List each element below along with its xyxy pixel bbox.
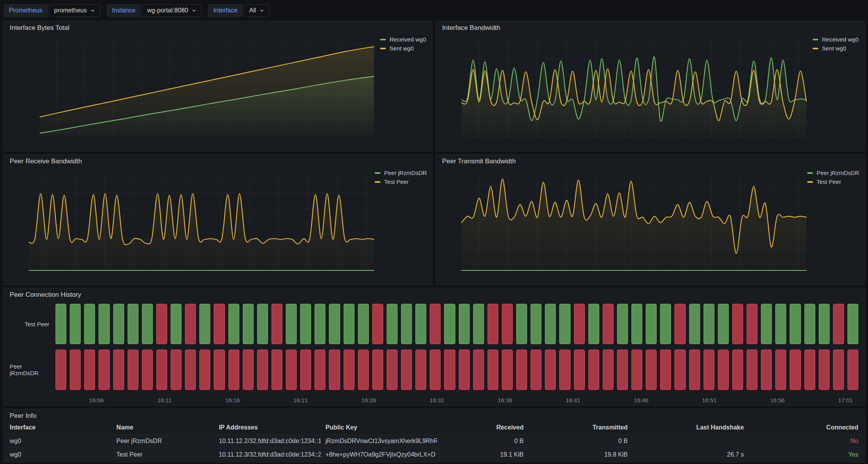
column-header-name[interactable]: Name: [112, 421, 214, 435]
cell-ips: 10.11.12.2/32,fdfd:d3ad:c0de:1234::1/128: [214, 435, 321, 448]
status-bar-down: [689, 350, 700, 390]
column-header-public_key[interactable]: Public Key: [321, 421, 437, 435]
status-bar-down: [70, 350, 81, 390]
var-group-prometheus: Prometheus prometheus: [4, 4, 100, 17]
status-bar-down: [747, 350, 757, 390]
series-area: [29, 194, 374, 270]
status-bar-up: [401, 304, 412, 344]
var-value-text: prometheus: [54, 7, 87, 14]
status-bar-up: [113, 304, 124, 344]
status-bar-down: [488, 304, 498, 344]
status-bar-down: [171, 350, 182, 390]
status-bar-up: [228, 304, 239, 344]
x-axis-tick: 16:16: [225, 397, 240, 403]
column-header-transmitted[interactable]: Transmitted: [528, 421, 632, 435]
status-bar-down: [704, 350, 714, 390]
status-history-row-test-peer: Test Peer: [10, 304, 858, 344]
panel-body: Received wg0Sent wg0: [3, 33, 432, 151]
x-axis-tick: 16:11: [157, 397, 171, 403]
status-bar-down: [574, 350, 585, 390]
timeseries-chart[interactable]: [439, 33, 810, 150]
status-bar-down: [833, 350, 844, 390]
status-bar-down: [516, 350, 527, 390]
var-select-instance[interactable]: wg-portal:8080: [142, 4, 201, 17]
x-axis-tick: 16:46: [634, 397, 648, 403]
legend: Peer jRzmDsDRTest Peer: [805, 166, 861, 284]
var-label-instance: Instance: [107, 4, 140, 17]
var-label-interface: Interface: [208, 4, 242, 17]
status-bar-down: [545, 350, 556, 390]
status-bar-down: [804, 350, 815, 390]
status-bar-up: [415, 304, 426, 344]
legend-series-swatch: [380, 48, 386, 49]
var-label-prometheus: Prometheus: [4, 4, 47, 17]
status-bar-down: [631, 350, 642, 390]
status-bar-up: [588, 304, 599, 344]
status-bar-down: [488, 350, 498, 390]
column-header-last_handshake[interactable]: Last Handshake: [632, 421, 749, 435]
status-bars: [55, 350, 858, 390]
legend-item-peer-jrzmdsdr[interactable]: Peer jRzmDsDR: [375, 170, 426, 176]
status-bar-up: [545, 304, 556, 344]
status-bar-up: [459, 304, 470, 344]
panel-body: Peer jRzmDsDRTest Peer: [436, 166, 865, 284]
x-axis-tick: 16:06: [89, 397, 104, 403]
status-bar-up: [646, 304, 657, 344]
legend-item-sent-wg0[interactable]: Sent wg0: [813, 45, 858, 52]
var-select-interface[interactable]: All: [244, 4, 269, 17]
legend-item-sent-wg0[interactable]: Sent wg0: [380, 45, 426, 52]
status-bar-up: [804, 304, 815, 344]
chevron-down-icon: [192, 8, 196, 13]
column-header-interface[interactable]: Interface: [5, 421, 112, 435]
status-bar-down: [344, 350, 354, 390]
status-history-chart[interactable]: Test PeerPeer jRzmDsDR 16:0616:1116:1616…: [3, 300, 865, 405]
legend-item-received-wg0[interactable]: Received wg0: [813, 36, 858, 43]
timeseries-chart[interactable]: [439, 166, 805, 284]
status-bar-down: [156, 304, 167, 344]
grafana-dashboard: Prometheus prometheus Instance wg-portal…: [0, 0, 868, 464]
status-bar-down: [257, 350, 268, 390]
legend-series-label: Received wg0: [822, 36, 858, 43]
status-bar-down: [185, 350, 196, 390]
panel-title[interactable]: Peer Transmit Bandwidth: [436, 155, 865, 166]
cell-name: Test Peer: [112, 448, 214, 462]
status-bar-up: [660, 304, 671, 344]
cell-interface: wg0: [5, 435, 112, 448]
legend-series-label: Sent wg0: [389, 45, 414, 52]
row-label: Test Peer: [10, 304, 55, 344]
panel-title[interactable]: Interface Bytes Total: [3, 21, 432, 33]
cell-connected: Yes: [749, 448, 863, 462]
legend-item-test-peer[interactable]: Test Peer: [807, 178, 858, 185]
legend-item-peer-jrzmdsdr[interactable]: Peer jRzmDsDR: [807, 170, 858, 176]
var-select-prometheus[interactable]: prometheus: [49, 4, 100, 17]
status-bar-down: [847, 350, 858, 390]
timeseries-chart[interactable]: [7, 33, 378, 150]
status-bar-up: [775, 304, 786, 344]
series-area: [462, 179, 806, 270]
legend: Peer jRzmDsDRTest Peer: [372, 166, 429, 284]
column-header-connected[interactable]: Connected: [749, 421, 863, 435]
legend-series-label: Test Peer: [384, 178, 408, 185]
legend-series-swatch: [813, 39, 818, 40]
var-group-instance: Instance wg-portal:8080: [107, 4, 201, 17]
legend-item-received-wg0[interactable]: Received wg0: [380, 36, 426, 43]
cell-name: Peer jRzmDsDR: [112, 435, 214, 448]
chevron-down-icon: [259, 8, 264, 13]
panel-title[interactable]: Peer Connection History: [3, 288, 865, 300]
panel-body: Peer jRzmDsDRTest Peer: [3, 166, 432, 284]
status-bar-down: [415, 350, 426, 390]
panel-grid: Interface Bytes Total Received wg0Sent w…: [3, 21, 865, 462]
column-header-ips[interactable]: IP Addresses: [214, 421, 321, 435]
chart-canvas: [439, 166, 812, 284]
status-bar-down: [300, 350, 311, 390]
status-bar-down: [674, 350, 685, 390]
legend-item-test-peer[interactable]: Test Peer: [375, 178, 426, 185]
timeseries-chart[interactable]: [7, 166, 372, 284]
panel-title[interactable]: Peer Receive Bandwidth: [3, 155, 432, 166]
panel-title[interactable]: Interface Bandwidth: [436, 21, 865, 33]
status-bar-up: [444, 304, 455, 344]
panel-title[interactable]: Peer Info: [3, 409, 865, 421]
column-header-received[interactable]: Received: [437, 421, 528, 435]
status-bar-up: [329, 304, 340, 344]
status-bar-down: [790, 350, 801, 390]
